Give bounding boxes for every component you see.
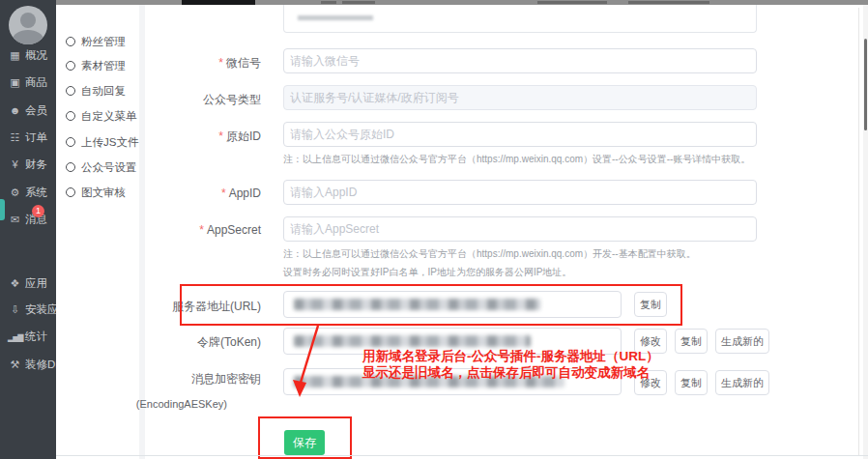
page-bottom-border <box>56 455 868 456</box>
sidebar-item-label: 概况 <box>25 49 47 61</box>
sidebar-item-apps[interactable]: ❖应用 <box>8 275 47 291</box>
goods-icon: ▣ <box>8 74 22 90</box>
message-icon: ✉ <box>8 212 22 227</box>
token-label: 令牌(ToKen) <box>87 334 261 351</box>
message-count-badge: 1 <box>32 205 44 217</box>
modify-aes-button[interactable]: 修改 <box>634 370 667 395</box>
panel-right-border <box>858 8 859 455</box>
token-input[interactable] <box>283 328 622 355</box>
wrench-icon: ⚒ <box>8 357 22 372</box>
finance-icon: ¥ <box>8 157 22 172</box>
generate-token-button[interactable]: 生成新的 <box>715 329 769 354</box>
floating-widget-sliver[interactable] <box>0 199 5 220</box>
radio-circle-icon <box>66 61 75 71</box>
copy-aes-button[interactable]: 复制 <box>675 370 708 395</box>
clipped-text-fragment <box>342 1 375 4</box>
appid-label: *AppID <box>87 186 261 200</box>
sidebar-item-label: 财务 <box>25 158 47 170</box>
original-id-label: *原始ID <box>87 129 261 145</box>
server-url-input[interactable] <box>283 291 622 318</box>
blurred-value <box>298 15 373 20</box>
members-icon: ☻ <box>8 102 22 118</box>
submenu-item-label: 公众号设置 <box>81 161 137 173</box>
main-sidebar: ▦概况 ▣商品 ☻会员 ☷订单 ¥财务 ⚙系统 ✉消息1 ❖应用 ⇩安装应用 ▂… <box>0 0 56 459</box>
orders-icon: ☷ <box>8 129 22 145</box>
wechat-id-input[interactable] <box>283 48 757 73</box>
wechat-plugin-settings-page: ▙知识付费解决方案（演示） ▦概况 ▣商品 ☻会员 ☷订单 ¥财务 ⚙系统 ✉消… <box>0 0 868 459</box>
submenu-item-label: 粉丝管理 <box>81 36 126 47</box>
required-mark: * <box>221 186 226 200</box>
aes-key-label: 消息加密密钥 <box>87 371 261 387</box>
copy-url-button[interactable]: 复制 <box>634 292 667 317</box>
blurred-value <box>294 335 531 347</box>
sidebar-item-label: 会员 <box>25 104 47 116</box>
sidebar-item-goods[interactable]: ▣商品 <box>8 74 47 90</box>
account-type-label: 公众号类型 <box>87 92 261 108</box>
sidebar-item-label: 系统 <box>25 186 47 198</box>
clipped-text-fragment <box>537 1 607 4</box>
sidebar-item-system[interactable]: ⚙系统 <box>8 185 47 200</box>
radio-circle-icon <box>66 37 75 46</box>
original-id-note: 注：以上信息可以通过微信公众号官方平台（https://mp.weixin.qq… <box>283 153 750 166</box>
avatar-body-shape <box>13 30 43 44</box>
radio-circle-icon <box>66 137 75 147</box>
save-button[interactable]: 保存 <box>284 430 325 455</box>
dashboard-icon: ▦ <box>8 47 22 63</box>
account-type-input <box>283 85 757 110</box>
clipped-text-fragment <box>628 1 709 4</box>
install-icon: ⇩ <box>8 301 22 317</box>
sidebar-item-members[interactable]: ☻会员 <box>8 102 47 118</box>
avatar-head-shape <box>20 13 36 28</box>
radio-circle-icon <box>66 187 75 197</box>
blurred-value <box>294 376 564 387</box>
sidebar-item-label: 商品 <box>25 76 47 88</box>
sidebar-item-label: 订单 <box>25 131 47 143</box>
scrollbar-thumb[interactable] <box>864 39 867 130</box>
copy-token-button[interactable]: 复制 <box>675 329 708 354</box>
radio-circle-icon <box>66 162 75 172</box>
submenu-item-fans[interactable]: 粉丝管理 <box>66 34 126 49</box>
server-url-label: 服务器地址(URL) <box>87 299 261 315</box>
required-mark: * <box>218 129 223 143</box>
radio-circle-icon <box>66 111 75 121</box>
original-id-input[interactable] <box>283 122 757 147</box>
appsecret-note: 注：以上信息可以通过微信公众号官方平台（https://mp.weixin.qq… <box>283 247 696 261</box>
appsecret-input[interactable] <box>283 216 757 242</box>
system-gear-icon: ⚙ <box>8 185 22 200</box>
sidebar-item-label: 统计 <box>25 330 47 342</box>
aes-key-sublabel: (EncodingAESKey) <box>87 398 227 410</box>
sidebar-item-overview[interactable]: ▦概况 <box>8 47 47 63</box>
appsecret-label: *AppSecret <box>87 223 261 237</box>
clipped-text-fragment <box>321 1 336 4</box>
sidebar-item-statistics[interactable]: ▂▅▇统计 <box>8 329 47 344</box>
submenu-item-label: 自定义菜单 <box>81 110 137 122</box>
blurred-value <box>294 299 540 310</box>
required-mark: * <box>218 56 223 70</box>
modify-token-button[interactable]: 修改 <box>634 329 667 354</box>
sidebar-item-orders[interactable]: ☷订单 <box>8 129 47 145</box>
bar-chart-icon: ▂▅▇ <box>8 330 22 346</box>
clipped-input-field[interactable] <box>283 5 757 33</box>
sidebar-item-label: 应用 <box>25 277 47 289</box>
ip-whitelist-note: 设置时务必同时设置好IP白名单，IP地址为您的服务器公网IP地址。 <box>283 266 571 279</box>
sidebar-item-messages[interactable]: ✉消息1 <box>8 212 47 227</box>
submenu-item-custom-menu[interactable]: 自定义菜单 <box>66 108 137 124</box>
submenu-item-account-settings[interactable]: 公众号设置 <box>66 159 137 175</box>
required-mark: * <box>199 223 204 237</box>
wechat-id-label: *微信号 <box>87 55 261 72</box>
apps-icon: ❖ <box>8 275 22 291</box>
aes-key-input[interactable] <box>283 368 622 395</box>
generate-aes-button[interactable]: 生成新的 <box>715 370 769 395</box>
appid-input[interactable] <box>283 180 757 205</box>
sidebar-item-finance[interactable]: ¥财务 <box>8 157 47 172</box>
avatar[interactable] <box>9 6 47 44</box>
radio-circle-icon <box>66 86 75 96</box>
